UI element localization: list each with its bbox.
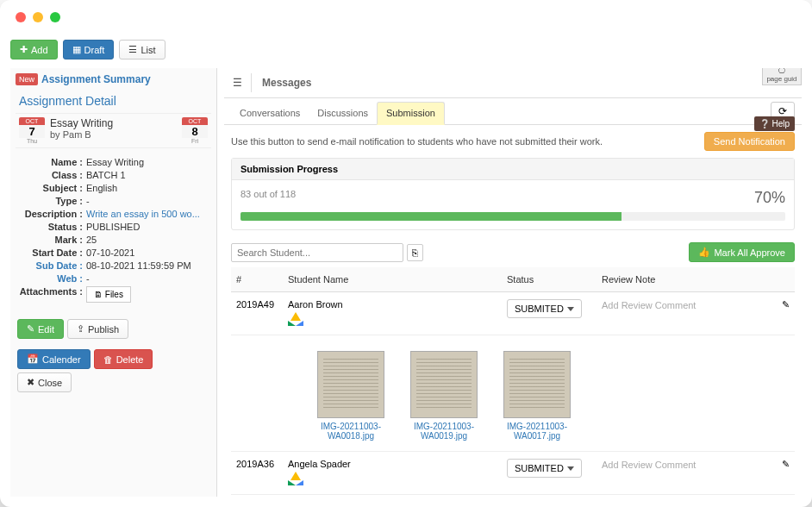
field-class-label: Class :	[17, 170, 86, 180]
google-drive-icon[interactable]	[288, 472, 303, 485]
field-subject-label: Subject :	[17, 183, 86, 193]
end-weekday: Fri	[182, 138, 208, 144]
field-name-value: Essay Writing	[86, 157, 209, 167]
attachment-thumb[interactable]: IMG-20211003-WA0018.jpg	[317, 351, 384, 441]
field-type-label: Type :	[17, 196, 86, 206]
tabs-row: Conversations Discussions Submission ⟳	[224, 98, 802, 125]
minimize-window-icon[interactable]	[33, 12, 43, 22]
search-student-input[interactable]	[231, 243, 403, 262]
edit-review-icon[interactable]: ✎	[782, 299, 790, 310]
field-start-date-label: Start Date :	[17, 247, 86, 258]
tab-conversations[interactable]: Conversations	[231, 103, 309, 123]
edit-review-icon[interactable]: ✎	[782, 459, 790, 470]
delete-button[interactable]: 🗑Delete	[94, 349, 153, 369]
col-status: Status	[502, 267, 597, 292]
google-drive-icon[interactable]	[288, 312, 303, 326]
add-button[interactable]: ✚Add	[10, 40, 58, 59]
detail-actions: ✎Edit ⇪Publish	[16, 314, 211, 344]
field-web-label: Web :	[17, 273, 86, 284]
monitor-icon: 🖵	[763, 68, 801, 75]
tab-discussions[interactable]: Discussions	[309, 103, 377, 123]
maximize-window-icon[interactable]	[50, 12, 60, 22]
files-button[interactable]: 🗎 Files	[86, 286, 131, 303]
field-status-value: PUBLISHED	[86, 222, 209, 232]
close-button[interactable]: ✖Close	[17, 372, 72, 392]
field-class-value: BATCH 1	[86, 170, 209, 180]
review-input[interactable]: Add Review Comment	[602, 460, 777, 470]
mark-all-approve-button[interactable]: 👍Mark All Approve	[689, 242, 795, 262]
tab-submission[interactable]: Submission	[377, 102, 445, 125]
table-row: 2019A36 Angela Spader SUBMITED Add Revie…	[231, 452, 795, 495]
menu-icon[interactable]: ☰	[224, 73, 252, 92]
publish-button[interactable]: ⇪Publish	[67, 319, 128, 339]
help-button[interactable]: ❔ Help	[754, 116, 795, 131]
row-id: 2019A36	[231, 452, 283, 495]
send-notification-label: Send Notification	[714, 136, 785, 147]
messages-header: ☰ Messages 🖵 page guid	[224, 68, 802, 98]
status-dropdown[interactable]: SUBMITED	[507, 299, 582, 318]
right-panel: ☰ Messages 🖵 page guid Conversations Dis…	[217, 68, 802, 497]
status-dropdown[interactable]: SUBMITED	[507, 459, 582, 478]
thumbnail-image	[503, 351, 571, 418]
progress-bar	[240, 212, 785, 221]
send-notification-button[interactable]: Send Notification	[704, 132, 795, 151]
messages-title: Messages	[252, 77, 311, 89]
thumbnails-row: IMG-20211003-WA0018.jpgIMG-20211003-WA00…	[231, 335, 795, 452]
refresh-icon: ⟳	[778, 105, 787, 117]
window-titlebar	[0, 0, 812, 34]
submissions-table: # Student Name Status Review Note 2019A4…	[231, 267, 795, 495]
row-name-cell: Angela Spader	[283, 452, 502, 495]
mark-all-label: Mark All Approve	[714, 247, 785, 258]
thumbnail-filename: IMG-20211003-WA0018.jpg	[317, 422, 384, 441]
list-label: List	[141, 45, 155, 55]
progress-fill	[240, 212, 621, 221]
notification-hint: Use this button to send e-mail notificat…	[231, 136, 603, 147]
detail-title: Assignment Detail	[16, 89, 211, 113]
chevron-down-icon	[567, 466, 574, 471]
review-input[interactable]: Add Review Comment	[602, 300, 777, 310]
col-id: #	[231, 267, 283, 292]
page-guide-button[interactable]: 🖵 page guid	[762, 68, 802, 85]
assignment-title: Essay Writing	[50, 117, 177, 129]
assignment-title-block: Essay Writing by Pam B	[45, 117, 182, 140]
detail-actions-2: 📅Calender 🗑Delete ✖Close	[16, 344, 211, 397]
summary-title: Assignment Summary	[41, 73, 151, 85]
export-icon[interactable]: ⎘	[407, 244, 423, 261]
edit-button[interactable]: ✎Edit	[17, 319, 64, 339]
attachment-thumb[interactable]: IMG-20211003-WA0017.jpg	[503, 351, 571, 441]
delete-label: Delete	[116, 354, 144, 365]
end-month: OCT	[182, 117, 208, 125]
content-area: ✚Add ▦Draft ☰List New Assignment Summary…	[0, 34, 812, 507]
notification-bar: ❔ Help Use this button to send e-mail no…	[224, 125, 802, 158]
status-label: SUBMITED	[515, 304, 564, 314]
field-type-value: -	[86, 196, 209, 206]
review-cell: Add Review Comment✎	[602, 299, 790, 310]
chevron-down-icon	[567, 307, 574, 311]
attachment-thumb[interactable]: IMG-20211003-WA0019.jpg	[410, 351, 478, 441]
progress-card: Submission Progress 83 out of 118 70%	[231, 158, 795, 230]
page-guide-label: page guid	[763, 75, 801, 83]
calender-button[interactable]: 📅Calender	[17, 349, 91, 369]
help-icon: ❔	[759, 119, 770, 128]
start-weekday: Thu	[19, 138, 45, 144]
table-row: 2019A49 Aaron Brown SUBMITED Add Review …	[231, 292, 795, 335]
calendar-icon: 📅	[27, 354, 39, 365]
progress-title: Submission Progress	[232, 159, 794, 180]
review-cell: Add Review Comment✎	[602, 459, 790, 470]
field-description-value[interactable]: Write an essay in 500 wo...	[86, 209, 209, 219]
field-name-label: Name :	[17, 157, 86, 167]
start-date-chip: OCT 7 Thu	[19, 117, 45, 144]
assignment-author: by Pam B	[50, 129, 177, 140]
new-badge: New	[16, 73, 38, 85]
close-window-icon[interactable]	[16, 12, 26, 22]
file-icon: 🗎	[94, 290, 103, 299]
thumbnail-filename: IMG-20211003-WA0019.jpg	[410, 422, 478, 441]
thumbnail-image	[410, 351, 478, 418]
field-sub-date-label: Sub Date :	[17, 260, 86, 271]
summary-header: New Assignment Summary	[16, 73, 211, 85]
status-label: SUBMITED	[515, 463, 564, 473]
draft-button[interactable]: ▦Draft	[63, 40, 115, 59]
add-label: Add	[31, 45, 48, 55]
list-button[interactable]: ☰List	[119, 40, 165, 59]
close-icon: ✖	[27, 377, 34, 388]
